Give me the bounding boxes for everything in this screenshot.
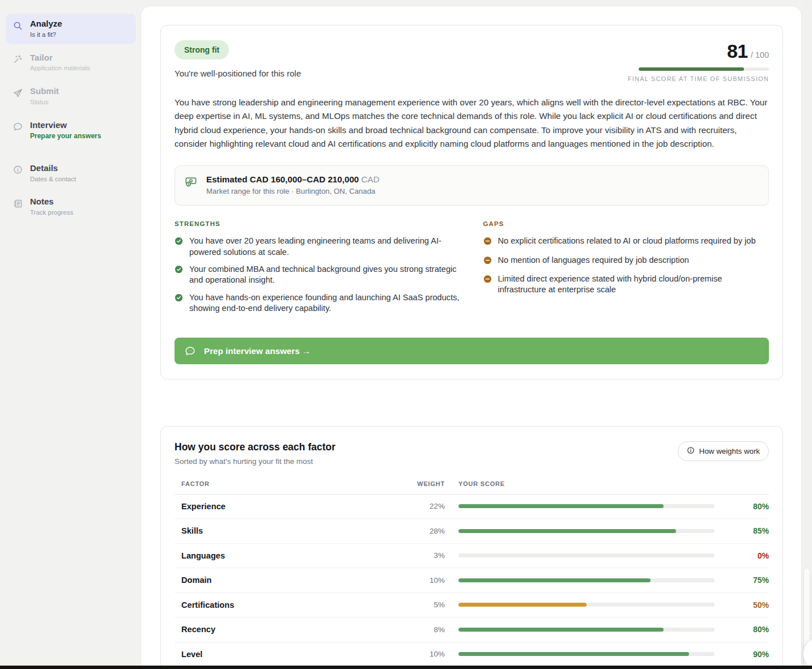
factor-score-value: 90% (728, 650, 769, 659)
final-score-max: / 100 (751, 50, 769, 59)
factor-weight: 3% (391, 551, 445, 560)
fit-summary-card: Strong fit You're well-positioned for th… (160, 25, 783, 380)
factor-score-bar-fill (458, 652, 689, 656)
salary-estimate-title: Estimated CAD 160,000–CAD 210,000 CAD (206, 174, 380, 184)
factor-score-bar (458, 652, 715, 656)
factors-table-header: FACTOR WEIGHT YOUR SCORE (175, 478, 769, 495)
factor-row-recency: Recency8%80% (175, 617, 769, 642)
factor-name: Skills (175, 526, 377, 535)
prep-interview-button[interactable]: Prep interview answers → (175, 338, 769, 364)
final-score-caption: FINAL SCORE AT TIME OF SUBMISSION (628, 75, 769, 82)
gap-item-text: Limited direct experience stated with hy… (498, 274, 770, 296)
sidebar-item-interview[interactable]: InterviewPrepare your answers (6, 115, 136, 146)
gap-item-text: No explicit certifications related to AI… (498, 236, 756, 248)
minus-circle-icon (483, 275, 492, 296)
factor-score-bar (458, 628, 715, 632)
sidebar-item-sublabel: Is it a fit? (30, 31, 62, 39)
fit-headline: You're well-positioned for this role (175, 69, 301, 78)
factor-row-level: Level10%90% (175, 642, 769, 667)
strength-item-text: You have hands-on experience founding an… (189, 292, 461, 314)
factor-name: Level (175, 650, 377, 659)
factor-score-value: 50% (728, 600, 769, 610)
sidebar-item-sublabel: Prepare your answers (30, 132, 101, 140)
column-header-factor: FACTOR (175, 480, 377, 487)
final-score-progress-fill (639, 67, 744, 71)
factor-score-value: 85% (728, 526, 769, 535)
info-icon (687, 446, 695, 456)
sidebar-item-analyze[interactable]: AnalyzeIs it a fit? (6, 14, 136, 44)
factor-row-experience: Experience22%80% (175, 495, 769, 519)
sidebar-item-label: Notes (30, 197, 73, 207)
factor-weight: 10% (391, 650, 445, 658)
strengths-column: STRENGTHS You have over 20 years leading… (175, 220, 461, 320)
salary-estimate-text: Estimated CAD 160,000–CAD 210,000 CAD Ma… (206, 174, 380, 195)
factor-name: Experience (175, 502, 377, 511)
strength-item-text: Your combined MBA and technical backgrou… (189, 264, 461, 286)
fit-summary-text: You have strong leadership and engineeri… (175, 96, 769, 151)
factor-weight: 22% (391, 502, 445, 510)
how-weights-work-label: How weights work (699, 447, 760, 455)
factor-score-bar-fill (458, 504, 664, 508)
factor-name: Languages (175, 551, 377, 560)
factor-score-bar (458, 578, 715, 582)
factor-name: Certifications (175, 600, 377, 610)
final-score-progressbar (639, 67, 769, 71)
sidebar-item-notes[interactable]: NotesTrack progress (6, 191, 136, 222)
sidebar-item-sublabel: Status (30, 99, 59, 106)
gap-item: No explicit certifications related to AI… (483, 236, 770, 248)
sidebar-item-label: Analyze (30, 19, 62, 29)
salary-estimate-box: $ Estimated CAD 160,000–CAD 210,000 CAD … (175, 165, 769, 206)
factor-score-bar (458, 504, 715, 508)
column-header-your-score: YOUR SCORE (458, 480, 715, 487)
salary-range: Estimated CAD 160,000–CAD 210,000 (206, 174, 359, 184)
minus-circle-icon (483, 256, 492, 267)
strength-item-text: You have over 20 years leading engineeri… (189, 236, 461, 258)
factor-row-skills: Skills28%85% (175, 519, 769, 544)
factor-score-value: 80% (728, 625, 769, 634)
factor-score-value: 0% (728, 551, 769, 560)
sidebar-item-label: Details (30, 163, 76, 174)
factors-title: How you score across each factor (175, 441, 335, 453)
sidebar-item-details[interactable]: DetailsDates & contact (6, 158, 136, 189)
chat-bubble-icon (185, 346, 195, 356)
sidebar-item-sublabel: Track progress (30, 209, 73, 217)
send-icon (12, 88, 23, 98)
factors-card: How you score across each factor Sorted … (160, 426, 783, 669)
scrollbar-track[interactable] (802, 0, 812, 669)
app-root: AnalyzeIs it a fit?TailorApplication mat… (0, 0, 812, 669)
factor-weight: 5% (391, 600, 445, 609)
factor-weight: 8% (391, 625, 445, 634)
search-icon (12, 20, 23, 31)
how-weights-work-button[interactable]: How weights work (678, 441, 769, 461)
info-icon (12, 165, 23, 175)
strength-item: You have hands-on experience founding an… (175, 292, 461, 314)
minus-circle-icon (483, 237, 492, 248)
factors-table: FACTOR WEIGHT YOUR SCORE Experience22%80… (175, 478, 769, 669)
notes-icon (12, 198, 23, 208)
main-panel: Strong fit You're well-positioned for th… (141, 6, 802, 669)
factor-name: Recency (175, 625, 377, 634)
check-circle-icon (175, 265, 183, 286)
sidebar: AnalyzeIs it a fit?TailorApplication mat… (0, 14, 136, 225)
sidebar-item-submit[interactable]: SubmitStatus (6, 81, 136, 112)
strength-item: Your combined MBA and technical backgrou… (175, 264, 461, 286)
wand-icon (12, 54, 23, 65)
factors-subtitle: Sorted by what's hurting your fit the mo… (175, 457, 335, 466)
check-circle-icon (175, 237, 183, 258)
sidebar-item-label: Tailor (30, 53, 90, 63)
column-header-weight: WEIGHT (391, 480, 445, 487)
final-score-value: 81 (727, 40, 748, 62)
factors-header: How you score across each factor Sorted … (175, 441, 769, 466)
chat-icon (12, 122, 23, 132)
sidebar-item-tailor[interactable]: TailorApplication materials (6, 48, 136, 78)
factor-weight: 28% (391, 527, 445, 535)
factor-score-value: 75% (728, 576, 769, 585)
factor-score-bar (458, 529, 715, 533)
strengths-list: You have over 20 years leading engineeri… (175, 236, 461, 314)
factor-score-bar-fill (458, 603, 586, 607)
gap-item: No mention of languages required by job … (483, 255, 770, 267)
prep-interview-label: Prep interview answers → (204, 346, 311, 356)
gaps-heading: GAPS (483, 220, 770, 227)
factor-score-value: 80% (728, 502, 769, 511)
final-score-value-line: 81/ 100 (628, 40, 769, 62)
